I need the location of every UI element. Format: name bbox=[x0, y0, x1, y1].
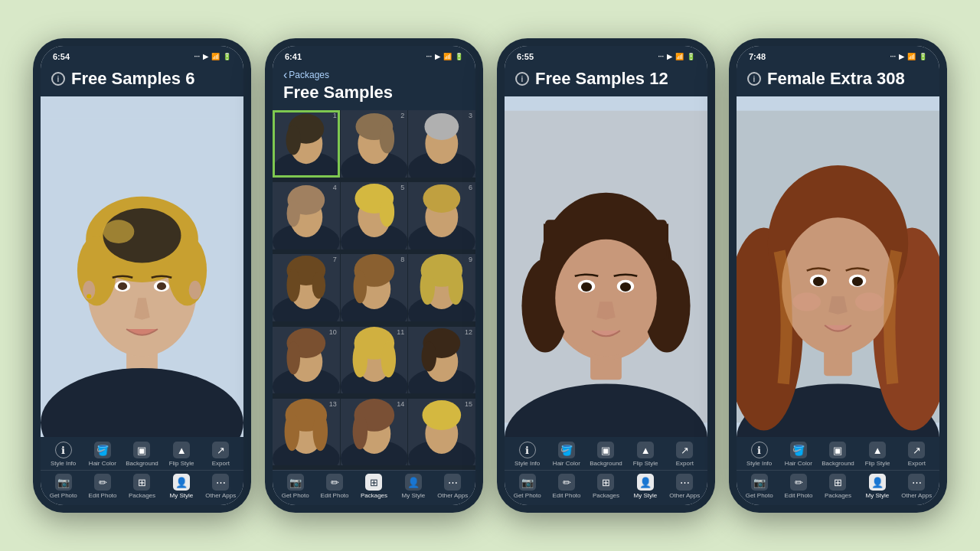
toolbar-bottom-1: 📷 Get Photo ✏ Edit Photo ⊞ Packages 👤 My… bbox=[41, 470, 243, 505]
mystyle-icon-3: 👤 bbox=[637, 474, 654, 491]
svg-point-117 bbox=[852, 277, 863, 286]
get-photo-btn-2[interactable]: 📷 Get Photo bbox=[279, 474, 312, 499]
grid-item-10[interactable]: 10 bbox=[273, 327, 340, 394]
status-bar-4: 7:48 ···▶📶🔋 bbox=[737, 46, 939, 64]
flip-btn-1[interactable]: ▲ Flip Style bbox=[165, 442, 198, 467]
other-apps-btn-2[interactable]: ⋯ Other Apps bbox=[436, 474, 469, 499]
grid-item-4[interactable]: 4 bbox=[273, 182, 340, 249]
info-icon-btn-4: ℹ bbox=[751, 442, 768, 458]
grid-item-3[interactable]: 3 bbox=[408, 110, 475, 178]
edit-icon-1: ✏ bbox=[94, 474, 111, 491]
app-title-4: i Female Extra 308 bbox=[747, 69, 929, 89]
background-icon-3: ▣ bbox=[597, 442, 614, 458]
svg-point-44 bbox=[423, 184, 461, 213]
background-btn-4[interactable]: ▣ Background bbox=[822, 442, 854, 467]
grid-item-14[interactable]: 14 bbox=[341, 399, 408, 466]
svg-point-11 bbox=[118, 282, 127, 290]
svg-point-21 bbox=[286, 125, 301, 155]
face-display-1 bbox=[41, 96, 243, 437]
background-btn-3[interactable]: ▣ Background bbox=[590, 442, 622, 467]
other-apps-btn-4[interactable]: ⋯ Other Apps bbox=[900, 474, 933, 499]
grid-item-11[interactable]: 11 bbox=[341, 327, 408, 394]
svg-point-105 bbox=[581, 282, 592, 292]
flip-btn-4[interactable]: ▲ Flip Style bbox=[861, 442, 893, 467]
edit-photo-btn-1[interactable]: ✏ Edit Photo bbox=[87, 474, 119, 499]
camera-icon-3: 📷 bbox=[519, 474, 536, 491]
background-btn-1[interactable]: ▣ Background bbox=[126, 442, 158, 467]
style-info-btn-3[interactable]: ℹ Style Info bbox=[511, 442, 544, 467]
hair-color-icon-1: 🪣 bbox=[94, 442, 111, 458]
other-apps-btn-1[interactable]: ⋯ Other Apps bbox=[204, 474, 237, 499]
face-display-4 bbox=[737, 96, 939, 437]
face-svg-1 bbox=[41, 96, 243, 437]
packages-btn-1[interactable]: ⊞ Packages bbox=[126, 474, 158, 499]
svg-point-113 bbox=[782, 217, 894, 354]
grid-item-9[interactable]: 9 bbox=[408, 254, 475, 321]
edit-photo-btn-4[interactable]: ✏ Edit Photo bbox=[782, 474, 815, 499]
packages-icon-1: ⊞ bbox=[133, 474, 150, 491]
edit-photo-btn-2[interactable]: ✏ Edit Photo bbox=[318, 474, 351, 499]
export-btn-4[interactable]: ↗ Export bbox=[900, 442, 933, 467]
svg-point-49 bbox=[287, 269, 301, 302]
info-icon-1[interactable]: i bbox=[51, 72, 65, 86]
my-style-btn-1[interactable]: 👤 My Style bbox=[165, 474, 198, 499]
grid-item-6[interactable]: 6 bbox=[408, 182, 475, 249]
get-photo-btn-3[interactable]: 📷 Get Photo bbox=[511, 474, 544, 499]
flip-btn-3[interactable]: ▲ Flip Style bbox=[629, 442, 662, 467]
my-style-btn-4[interactable]: 👤 My Style bbox=[861, 474, 893, 499]
grid-item-13[interactable]: 13 bbox=[273, 399, 340, 466]
edit-icon-2: ✏ bbox=[326, 474, 343, 491]
background-icon-1: ▣ bbox=[133, 442, 150, 458]
packages-btn-2[interactable]: ⊞ Packages bbox=[358, 474, 390, 499]
grid-item-2[interactable]: 2 bbox=[341, 110, 408, 178]
status-bar-3: 6:55 ···▶📶🔋 bbox=[505, 46, 707, 64]
app-title-3: i Free Samples 12 bbox=[515, 69, 697, 89]
style-info-btn-4[interactable]: ℹ Style Info bbox=[743, 442, 776, 467]
grid-item-15[interactable]: 15 bbox=[408, 399, 475, 466]
hair-color-btn-4[interactable]: 🪣 Hair Color bbox=[782, 442, 815, 467]
time-3: 6:55 bbox=[517, 52, 534, 61]
toolbar-bottom-4: 📷 Get Photo ✏ Edit Photo ⊞ Packages 👤 My… bbox=[737, 470, 939, 505]
flip-icon-1: ▲ bbox=[173, 442, 190, 458]
svg-point-30 bbox=[425, 113, 459, 140]
get-photo-btn-1[interactable]: 📷 Get Photo bbox=[47, 474, 80, 499]
otherapps-icon-2: ⋯ bbox=[444, 474, 461, 491]
svg-point-72 bbox=[381, 341, 395, 377]
svg-point-15 bbox=[87, 294, 91, 298]
other-apps-btn-3[interactable]: ⋯ Other Apps bbox=[668, 474, 701, 499]
export-btn-3[interactable]: ↗ Export bbox=[668, 442, 701, 467]
hair-color-btn-3[interactable]: 🪣 Hair Color bbox=[550, 442, 583, 467]
toolbar-top-4: ℹ Style Info 🪣 Hair Color ▣ Background ▲… bbox=[737, 437, 939, 470]
status-icons-3: ···▶📶🔋 bbox=[658, 53, 695, 60]
edit-icon-4: ✏ bbox=[790, 474, 807, 491]
packages-btn-3[interactable]: ⊞ Packages bbox=[590, 474, 622, 499]
back-link-2[interactable]: Packages bbox=[283, 69, 465, 81]
my-style-btn-2[interactable]: 👤 My Style bbox=[397, 474, 430, 499]
camera-icon-1: 📷 bbox=[55, 474, 72, 491]
grid-item-8[interactable]: 8 bbox=[341, 254, 408, 321]
info-icon-3[interactable]: i bbox=[515, 72, 529, 86]
style-info-btn-1[interactable]: ℹ Style Info bbox=[47, 442, 80, 467]
packages-btn-4[interactable]: ⊞ Packages bbox=[822, 474, 854, 499]
grid-item-7[interactable]: 7 bbox=[273, 254, 340, 321]
hair-color-btn-1[interactable]: 🪣 Hair Color bbox=[87, 442, 119, 467]
info-icon-btn-3: ℹ bbox=[519, 442, 536, 458]
background-icon-4: ▣ bbox=[829, 442, 846, 458]
get-photo-btn-4[interactable]: 📷 Get Photo bbox=[743, 474, 776, 499]
edit-photo-btn-3[interactable]: ✏ Edit Photo bbox=[550, 474, 583, 499]
camera-icon-4: 📷 bbox=[751, 474, 768, 491]
main-content-4 bbox=[737, 96, 939, 437]
grid-item-5[interactable]: 5 bbox=[341, 182, 408, 249]
otherapps-icon-3: ⋯ bbox=[676, 474, 693, 491]
style-grid-2: 1 2 bbox=[273, 110, 475, 470]
info-icon-4[interactable]: i bbox=[747, 72, 761, 86]
grid-item-12[interactable]: 12 bbox=[408, 327, 475, 394]
grid-item-1[interactable]: 1 bbox=[273, 110, 340, 178]
phone-4: 7:48 ···▶📶🔋 i Female Extra 308 bbox=[729, 38, 947, 513]
status-icons-2: ···▶📶🔋 bbox=[426, 53, 463, 60]
grid-content-2: 1 2 bbox=[273, 110, 475, 470]
svg-point-66 bbox=[287, 341, 301, 374]
export-btn-1[interactable]: ↗ Export bbox=[204, 442, 237, 467]
camera-icon-2: 📷 bbox=[287, 474, 304, 491]
my-style-btn-3[interactable]: 👤 My Style bbox=[629, 474, 662, 499]
